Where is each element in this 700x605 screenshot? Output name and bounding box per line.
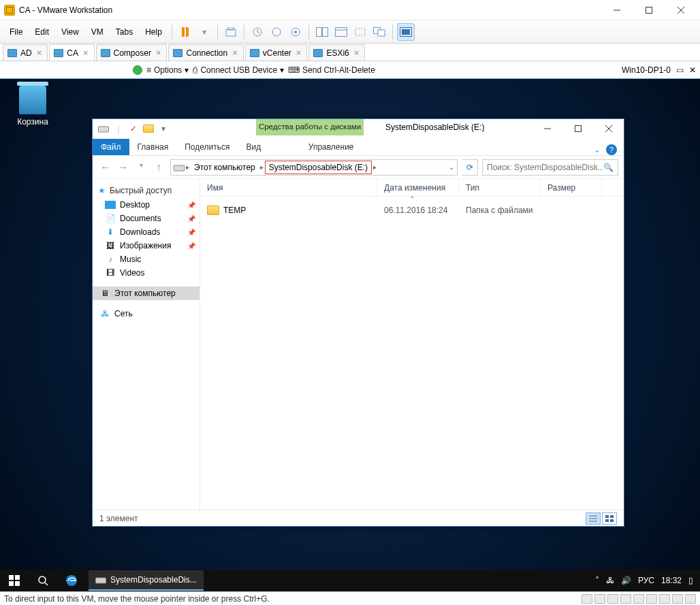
maximize-button[interactable] xyxy=(562,119,593,138)
close-icon[interactable]: × xyxy=(35,48,44,58)
sidebar-quick-access[interactable]: ★Быстрый доступ xyxy=(93,183,200,198)
close-icon[interactable]: × xyxy=(155,48,163,58)
close-icon[interactable]: × xyxy=(295,48,303,58)
device-icon[interactable] xyxy=(633,594,644,604)
tab-esxi6[interactable]: ESXi6× xyxy=(308,44,365,61)
tab-ad[interactable]: AD× xyxy=(3,44,48,61)
ribbon-expand-icon[interactable]: ⌄ xyxy=(594,145,601,154)
device-icon[interactable] xyxy=(594,594,605,604)
unity-icon[interactable] xyxy=(370,23,388,41)
breadcrumb-dropdown-icon[interactable]: ⌄ xyxy=(449,163,454,171)
device-icon[interactable] xyxy=(685,594,696,604)
minimize-button[interactable] xyxy=(601,1,632,20)
nav-up-icon[interactable]: ↑ xyxy=(151,161,166,174)
sidebar-item-this-pc[interactable]: 🖥Этот компьютер xyxy=(93,287,200,300)
snapshot-manager-icon[interactable] xyxy=(287,23,304,41)
help-icon[interactable]: ? xyxy=(606,144,617,155)
edge-icon[interactable] xyxy=(57,570,86,591)
breadcrumb-root[interactable]: Этот компьютер xyxy=(191,161,259,174)
ribbon-home[interactable]: Главная xyxy=(129,139,177,155)
device-icon[interactable] xyxy=(646,594,657,604)
menu-vm[interactable]: VM xyxy=(86,24,109,39)
refresh-icon[interactable]: ⟳ xyxy=(462,159,478,176)
column-type[interactable]: Тип xyxy=(459,179,541,196)
device-icon[interactable] xyxy=(582,594,592,604)
column-size[interactable]: Размер xyxy=(541,179,602,196)
connect-usb-menu[interactable]: ⎙Connect USB Device ▾ xyxy=(193,65,284,75)
search-icon[interactable]: 🔍 xyxy=(603,163,614,172)
console-view-icon[interactable] xyxy=(332,23,350,41)
tab-ca[interactable]: CA× xyxy=(49,44,94,61)
snapshot-take-icon[interactable] xyxy=(268,23,285,41)
search-icon[interactable] xyxy=(29,570,57,591)
view-large-icon[interactable] xyxy=(602,512,617,525)
device-icon[interactable] xyxy=(659,594,670,604)
device-icon[interactable] xyxy=(672,594,683,604)
start-button[interactable] xyxy=(0,570,29,591)
language-indicator[interactable]: РУС xyxy=(638,576,654,585)
close-icon[interactable]: × xyxy=(353,48,361,58)
network-icon[interactable]: 🖧 xyxy=(606,576,614,585)
action-center-icon[interactable]: ▯ xyxy=(688,576,693,585)
nav-forward-icon[interactable]: → xyxy=(116,161,131,174)
properties-icon[interactable]: ✓ xyxy=(127,121,140,136)
ribbon-view[interactable]: Вид xyxy=(238,139,269,155)
breadcrumb[interactable]: ▸ Этот компьютер ▸ SystemDisposableDisk … xyxy=(170,159,458,176)
tab-vcenter[interactable]: vCenter× xyxy=(245,44,308,61)
options-menu[interactable]: ≡Options ▾ xyxy=(146,65,189,75)
close-button[interactable] xyxy=(665,1,696,20)
search-box[interactable]: 🔍 xyxy=(482,159,618,176)
column-name[interactable]: Имя xyxy=(200,179,377,196)
sidebar-item-documents[interactable]: 📄Documents📌 xyxy=(93,212,200,225)
toolbar-dropdown-icon[interactable]: ▾ xyxy=(195,23,213,41)
tab-composer[interactable]: Composer× xyxy=(96,44,168,61)
tray-expand-icon[interactable]: ˄ xyxy=(595,576,599,585)
menu-view[interactable]: View xyxy=(56,24,84,39)
taskbar-app-explorer[interactable]: SystemDisposableDis... xyxy=(89,570,204,591)
device-icon[interactable] xyxy=(620,594,631,604)
snapshot-icon[interactable] xyxy=(222,23,240,41)
detach-close-icon[interactable]: ✕ xyxy=(689,65,696,75)
column-date[interactable]: Дата изменения xyxy=(377,179,459,196)
send-cad-button[interactable]: ⌨Send Ctrl-Alt-Delete xyxy=(288,65,375,75)
sidebar-item-music[interactable]: ♪Music xyxy=(93,252,200,266)
chevron-right-icon[interactable]: ▸ xyxy=(373,163,377,171)
recycle-bin[interactable]: Корзина xyxy=(12,86,53,127)
file-row[interactable]: TEMP 06.11.2016 18:24 Папка с файлами xyxy=(200,202,624,218)
ribbon-file[interactable]: Файл xyxy=(93,139,129,155)
qa-dropdown-icon[interactable]: ▾ xyxy=(157,121,170,136)
menu-help[interactable]: Help xyxy=(140,24,168,39)
clock[interactable]: 18:32 xyxy=(661,576,682,585)
search-input[interactable] xyxy=(487,163,603,172)
breadcrumb-drive[interactable]: SystemDisposableDisk (E:) xyxy=(265,161,372,174)
device-icon[interactable] xyxy=(607,594,618,604)
fit-guest-icon[interactable] xyxy=(313,23,331,41)
sidebar-item-videos[interactable]: 🎞Videos xyxy=(93,266,200,280)
sidebar-item-desktop[interactable]: Desktop📌 xyxy=(93,198,200,212)
close-button[interactable] xyxy=(593,119,624,138)
sidebar-item-downloads[interactable]: ⬇Downloads📌 xyxy=(93,225,200,239)
ribbon-manage[interactable]: Управление xyxy=(277,139,385,155)
vm-desktop[interactable]: Корзина | ✓ ▾ Средства работы с дисками … xyxy=(0,79,700,591)
power-on-icon[interactable] xyxy=(133,65,142,75)
fullscreen-icon[interactable] xyxy=(397,23,415,41)
ribbon-share[interactable]: Поделиться xyxy=(176,139,238,155)
explorer-titlebar[interactable]: | ✓ ▾ Средства работы с дисками SystemDi… xyxy=(93,119,624,138)
pause-icon[interactable] xyxy=(176,23,194,41)
restore-icon[interactable]: ▭ xyxy=(676,65,684,75)
minimize-button[interactable] xyxy=(532,119,562,138)
stretch-icon[interactable] xyxy=(351,23,369,41)
chevron-right-icon[interactable]: ▸ xyxy=(260,163,264,171)
sidebar-item-pictures[interactable]: 🖼Изображения📌 xyxy=(93,239,200,252)
menu-edit[interactable]: Edit xyxy=(29,24,54,39)
maximize-button[interactable] xyxy=(633,1,664,20)
menu-file[interactable]: File xyxy=(4,24,28,39)
close-icon[interactable]: × xyxy=(231,48,239,58)
chevron-right-icon[interactable]: ▸ xyxy=(186,163,189,171)
menu-tabs[interactable]: Tabs xyxy=(110,24,138,39)
view-details-icon[interactable] xyxy=(586,512,601,525)
new-folder-icon[interactable] xyxy=(142,121,155,136)
nav-back-icon[interactable]: ← xyxy=(98,161,113,174)
tab-connection[interactable]: Connection× xyxy=(168,44,243,61)
revert-icon[interactable] xyxy=(249,23,266,41)
